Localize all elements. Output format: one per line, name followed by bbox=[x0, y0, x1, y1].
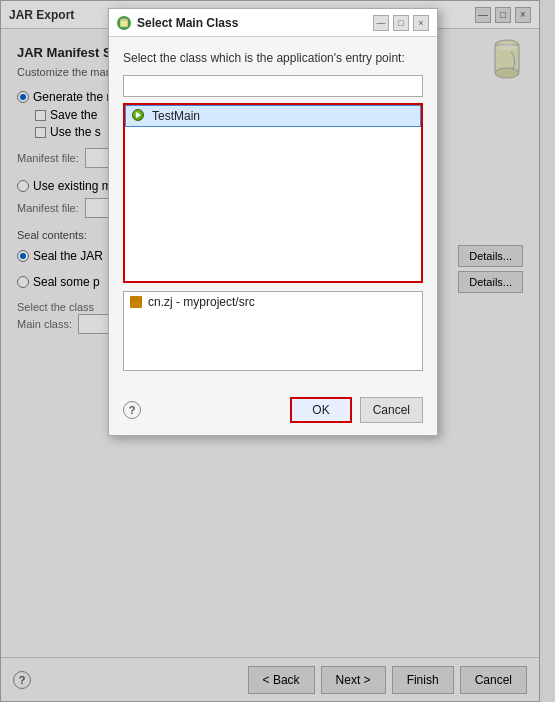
modal-cancel-button[interactable]: Cancel bbox=[360, 397, 423, 423]
modal-title-left: Select Main Class bbox=[117, 16, 238, 30]
modal-body: Select the class which is the applicatio… bbox=[109, 37, 437, 391]
class-list-item[interactable]: TestMain bbox=[125, 105, 421, 127]
modal-controls: — □ × bbox=[373, 15, 429, 31]
footer-left: ? bbox=[123, 401, 141, 419]
modal-close-btn[interactable]: × bbox=[413, 15, 429, 31]
svg-rect-8 bbox=[133, 297, 137, 299]
svg-marker-6 bbox=[136, 112, 141, 118]
class-search-input[interactable] bbox=[123, 75, 423, 97]
svg-rect-5 bbox=[120, 20, 128, 27]
modal-titlebar: Select Main Class — □ × bbox=[109, 9, 437, 37]
select-main-class-dialog: Select Main Class — □ × Select the class… bbox=[108, 8, 438, 436]
modal-title: Select Main Class bbox=[137, 16, 238, 30]
modal-footer: ? OK Cancel bbox=[109, 391, 437, 435]
modal-description: Select the class which is the applicatio… bbox=[123, 51, 423, 65]
modal-jar-icon bbox=[117, 16, 131, 30]
modal-minimize-btn[interactable]: — bbox=[373, 15, 389, 31]
class-list-box[interactable]: TestMain bbox=[123, 103, 423, 283]
footer-buttons: OK Cancel bbox=[290, 397, 423, 423]
source-item-label: cn.zj - myproject/src bbox=[148, 295, 255, 309]
class-green-circle bbox=[132, 109, 144, 121]
source-list-item[interactable]: cn.zj - myproject/src bbox=[124, 292, 422, 312]
modal-help-icon[interactable]: ? bbox=[123, 401, 141, 419]
source-list-box[interactable]: cn.zj - myproject/src bbox=[123, 291, 423, 371]
class-item-label: TestMain bbox=[152, 109, 200, 123]
class-icon bbox=[132, 109, 146, 123]
modal-maximize-btn[interactable]: □ bbox=[393, 15, 409, 31]
source-icon bbox=[130, 296, 142, 308]
ok-button[interactable]: OK bbox=[290, 397, 351, 423]
